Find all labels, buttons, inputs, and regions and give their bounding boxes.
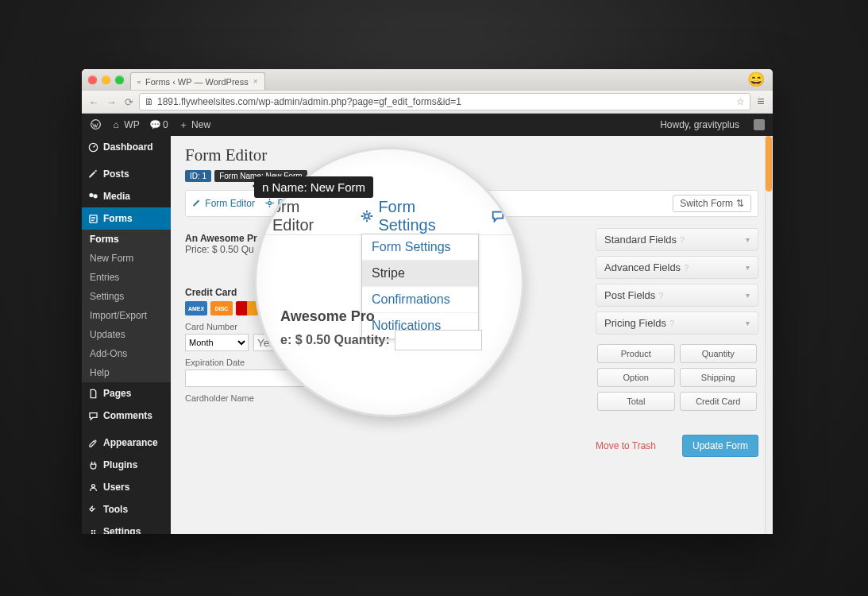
add-credit-card-button[interactable]: Credit Card — [680, 392, 758, 411]
sidebar-item-users[interactable]: Users — [82, 476, 171, 498]
svg-point-0 — [91, 120, 100, 130]
comment-icon: 💬 — [149, 119, 160, 130]
subitem-add-ons[interactable]: Add-Ons — [82, 344, 171, 363]
new-content-link[interactable]: ＋ New — [178, 118, 210, 132]
help-icon[interactable]: ? — [669, 319, 674, 328]
group-standard-fields[interactable]: Standard Fields?▾ — [596, 228, 758, 251]
lens-tab-editor[interactable]: orm Editor — [272, 198, 345, 234]
add-shipping-button[interactable]: Shipping — [680, 368, 758, 387]
lens-quantity-input[interactable] — [395, 330, 482, 350]
howdy-link[interactable]: Howdy, gravityplus — [660, 119, 739, 130]
close-window-button[interactable] — [88, 75, 97, 84]
chevron-updown-icon: ⇅ — [736, 198, 744, 209]
add-option-button[interactable]: Option — [597, 368, 675, 387]
sidebar-item-media[interactable]: Media — [82, 185, 171, 207]
sidebar-item-dashboard[interactable]: Dashboard — [82, 136, 171, 158]
lens-price-qty-label: e: $ 0.50 Quantity: — [280, 333, 390, 347]
discover-icon: DISC — [210, 301, 233, 315]
amex-icon: AMEX — [185, 301, 207, 315]
help-icon[interactable]: ? — [680, 235, 685, 245]
move-to-trash-link[interactable]: Move to Trash — [596, 440, 656, 451]
lens-menu-stripe[interactable]: Stripe — [362, 261, 478, 287]
help-icon[interactable]: ? — [684, 263, 689, 273]
update-form-button[interactable]: Update Form — [682, 435, 758, 457]
form-id-badge: ID: 1 — [185, 170, 211, 182]
reload-button[interactable]: ⟳ — [122, 96, 136, 108]
sidebar-item-posts[interactable]: Posts — [82, 163, 171, 185]
forward-button[interactable]: → — [104, 96, 118, 108]
browser-menu-button[interactable]: ≡ — [754, 95, 768, 109]
chevron-down-icon: ▾ — [746, 291, 750, 300]
svg-point-5 — [365, 214, 368, 218]
back-button[interactable]: ← — [87, 96, 101, 108]
zoom-window-button[interactable] — [115, 75, 124, 84]
add-product-button[interactable]: Product — [597, 344, 675, 363]
lens-price-qty-row: e: $ 0.50 Quantity: — [280, 330, 522, 350]
add-total-button[interactable]: Total — [597, 392, 675, 411]
chevron-down-icon: ▾ — [746, 319, 750, 327]
tab-form-editor[interactable]: Form Editor — [192, 198, 255, 209]
field-palette: Standard Fields?▾ Advanced Fields?▾ Post… — [596, 228, 758, 457]
sidebar-item-comments[interactable]: Comments — [82, 404, 171, 427]
lens-menu-form-settings[interactable]: Form Settings — [362, 234, 478, 261]
subitem-updates[interactable]: Updates — [82, 325, 171, 344]
tab-bar: ▫ Forms ‹ WP — WordPress × 😄 — [82, 69, 773, 90]
group-post-fields[interactable]: Post Fields?▾ — [596, 284, 758, 307]
lens-tabs: orm Editor Form Settings Entri — [254, 197, 524, 235]
url-text: 1891.flywheelsites.com/wp-admin/admin.ph… — [157, 96, 461, 107]
admin-sidebar: Dashboard Posts Media Forms Forms New Fo… — [82, 136, 171, 534]
tab-title: Forms ‹ WP — WordPress — [145, 77, 249, 87]
subitem-entries[interactable]: Entries — [82, 268, 171, 287]
exp-month-select[interactable]: Month — [185, 334, 249, 351]
sidebar-item-appearance[interactable]: Appearance — [82, 432, 171, 454]
mastercard-icon — [236, 301, 258, 315]
close-tab-button[interactable]: × — [253, 77, 258, 86]
chevron-down-icon: ▾ — [746, 235, 750, 244]
forms-submenu: Forms New Form Entries Settings Import/E… — [82, 230, 171, 382]
switch-form-dropdown[interactable]: Switch Form⇅ — [673, 195, 751, 212]
svg-point-3 — [92, 484, 95, 487]
subitem-import-export[interactable]: Import/Export — [82, 306, 171, 325]
sidebar-item-tools[interactable]: Tools — [82, 498, 171, 521]
sidebar-item-plugins[interactable]: Plugins — [82, 454, 171, 476]
help-icon[interactable]: ? — [658, 291, 663, 300]
url-bar: ← → ⟳ 🗎 1891.flywheelsites.com/wp-admin/… — [82, 90, 773, 114]
chevron-down-icon: ▾ — [746, 263, 750, 272]
wordpress-logo-icon[interactable] — [90, 119, 101, 130]
address-field[interactable]: 🗎 1891.flywheelsites.com/wp-admin/admin.… — [139, 93, 750, 110]
add-quantity-button[interactable]: Quantity — [680, 344, 758, 363]
lens-tab-settings[interactable]: Form Settings — [360, 198, 476, 234]
smiley-icon: 😄 — [747, 71, 765, 88]
group-pricing-fields[interactable]: Pricing Fields?▾ — [596, 312, 758, 335]
subitem-forms[interactable]: Forms — [82, 230, 171, 249]
site-link[interactable]: ⌂ WP — [110, 119, 140, 130]
bookmark-star-icon[interactable]: ☆ — [736, 96, 745, 107]
browser-tab[interactable]: ▫ Forms ‹ WP — WordPress × — [130, 72, 265, 90]
svg-point-4 — [268, 202, 272, 205]
subitem-new-form[interactable]: New Form — [82, 249, 171, 268]
group-advanced-fields[interactable]: Advanced Fields?▾ — [596, 256, 758, 279]
sidebar-item-settings[interactable]: Settings — [82, 521, 171, 534]
sidebar-item-forms[interactable]: Forms — [82, 207, 171, 230]
scrollbar-track[interactable] — [765, 136, 773, 534]
window-controls — [88, 75, 124, 84]
scrollbar-thumb[interactable] — [766, 136, 772, 192]
wp-admin-bar: ⌂ WP 💬 0 ＋ New Howdy, gravityplus — [82, 114, 773, 136]
plus-icon: ＋ — [178, 118, 189, 132]
form-name-tooltip: n Name: New Form — [254, 176, 373, 198]
lens-product-title: Awesome Pro — [280, 308, 522, 325]
subitem-help[interactable]: Help — [82, 363, 171, 382]
minimize-window-button[interactable] — [102, 75, 110, 84]
avatar[interactable] — [754, 119, 765, 130]
sidebar-item-pages[interactable]: Pages — [82, 382, 171, 404]
page-icon: ▫ — [137, 77, 141, 87]
page-title: Form Editor — [185, 145, 758, 165]
comments-link[interactable]: 💬 0 — [149, 119, 168, 130]
home-icon: ⌂ — [110, 119, 122, 130]
subitem-settings[interactable]: Settings — [82, 287, 171, 306]
page-icon: 🗎 — [145, 96, 154, 107]
